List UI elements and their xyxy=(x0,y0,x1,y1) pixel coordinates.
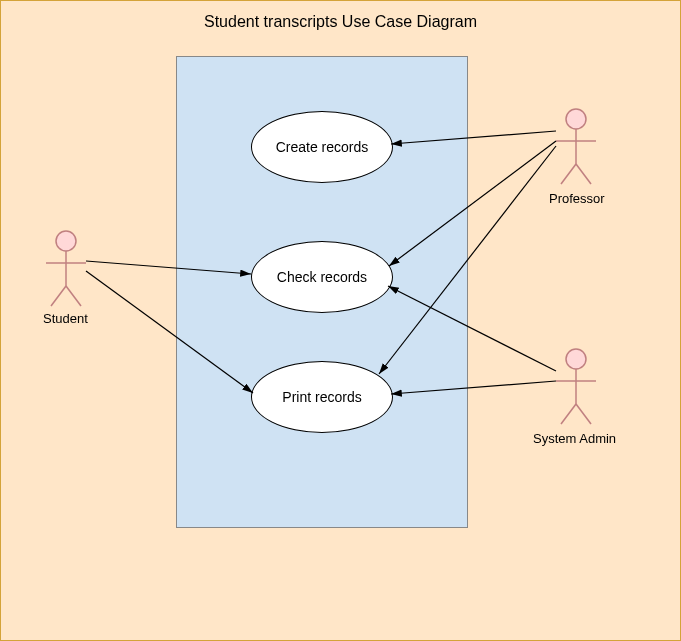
svg-point-10 xyxy=(566,349,586,369)
svg-line-3 xyxy=(51,286,66,306)
svg-line-14 xyxy=(576,404,591,424)
svg-point-0 xyxy=(56,231,76,251)
usecase-label: Print records xyxy=(282,389,361,405)
actor-label-professor: Professor xyxy=(549,191,605,206)
svg-line-4 xyxy=(66,286,81,306)
actor-label-sysadmin: System Admin xyxy=(533,431,616,446)
usecase-check-records: Check records xyxy=(251,241,393,313)
diagram-title: Student transcripts Use Case Diagram xyxy=(1,13,680,31)
svg-line-8 xyxy=(561,164,576,184)
svg-line-13 xyxy=(561,404,576,424)
actor-label-student: Student xyxy=(43,311,88,326)
diagram-canvas: Student transcripts Use Case Diagram Cre… xyxy=(0,0,681,641)
actor-student-figure xyxy=(46,231,86,306)
svg-line-9 xyxy=(576,164,591,184)
usecase-label: Create records xyxy=(276,139,369,155)
usecase-label: Check records xyxy=(277,269,367,285)
actor-sysadmin-figure xyxy=(556,349,596,424)
svg-point-5 xyxy=(566,109,586,129)
usecase-print-records: Print records xyxy=(251,361,393,433)
usecase-create-records: Create records xyxy=(251,111,393,183)
actor-professor-figure xyxy=(556,109,596,184)
